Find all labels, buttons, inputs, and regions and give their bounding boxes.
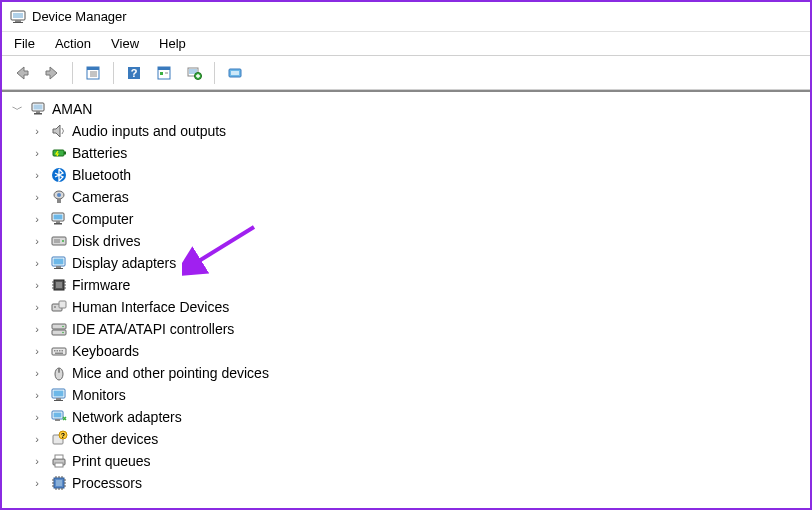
svg-rect-25 — [64, 152, 66, 155]
svg-rect-70 — [54, 413, 62, 418]
svg-rect-77 — [55, 463, 63, 467]
chevron-right-icon[interactable]: › — [30, 124, 44, 138]
svg-rect-32 — [56, 221, 60, 223]
tree-node-label: Batteries — [72, 145, 127, 161]
tree-node-keyboards[interactable]: › Keyboards — [6, 340, 806, 362]
toolbar-help-button[interactable]: ? — [120, 60, 148, 86]
firmware-icon — [50, 276, 68, 294]
chevron-right-icon[interactable]: › — [30, 256, 44, 270]
tree-node-print[interactable]: › Print queues — [6, 450, 806, 472]
chevron-right-icon[interactable]: › — [30, 366, 44, 380]
chevron-right-icon[interactable]: › — [30, 190, 44, 204]
svg-rect-2 — [15, 20, 21, 22]
tree-node-audio[interactable]: › Audio inputs and outputs — [6, 120, 806, 142]
chevron-down-icon[interactable]: ﹀ — [10, 102, 24, 116]
toolbar-back-button[interactable] — [8, 60, 36, 86]
device-manager-window: Device Manager File Action View Help ? — [0, 0, 812, 510]
svg-point-55 — [62, 332, 64, 334]
svg-rect-33 — [54, 223, 62, 225]
tree-node-other[interactable]: › ? Other devices — [6, 428, 806, 450]
svg-text:?: ? — [61, 432, 65, 439]
tree-node-label: Disk drives — [72, 233, 140, 249]
svg-rect-24 — [53, 150, 64, 156]
chevron-right-icon[interactable]: › — [30, 234, 44, 248]
chevron-right-icon[interactable]: › — [30, 454, 44, 468]
tree-node-label: Computer — [72, 211, 133, 227]
tree-node-monitors[interactable]: › Monitors — [6, 384, 806, 406]
tree-node-hid[interactable]: › Human Interface Devices — [6, 296, 806, 318]
computer-root-icon — [30, 100, 48, 118]
tree-node-label: Other devices — [72, 431, 158, 447]
tree-node-disk-drives[interactable]: › Disk drives — [6, 230, 806, 252]
disk-icon — [50, 232, 68, 250]
chevron-right-icon[interactable]: › — [30, 432, 44, 446]
svg-rect-60 — [62, 350, 64, 352]
tree-node-cameras[interactable]: › Cameras — [6, 186, 806, 208]
tree-node-mice[interactable]: › Mice and other pointing devices — [6, 362, 806, 384]
tree-node-label: Bluetooth — [72, 167, 131, 183]
processor-icon — [50, 474, 68, 492]
svg-rect-21 — [34, 105, 43, 110]
battery-icon — [50, 144, 68, 162]
svg-rect-61 — [55, 353, 63, 355]
svg-rect-36 — [54, 239, 60, 243]
tree-node-label: Keyboards — [72, 343, 139, 359]
tree-node-label: Display adapters — [72, 255, 176, 271]
chevron-right-icon[interactable]: › — [30, 344, 44, 358]
chevron-right-icon[interactable]: › — [30, 278, 44, 292]
chevron-right-icon[interactable]: › — [30, 410, 44, 424]
svg-rect-40 — [54, 268, 63, 269]
tree-root-node[interactable]: ﹀ AMAN — [6, 98, 806, 120]
tree-node-display-adapters[interactable]: › Display adapters — [6, 252, 806, 274]
chevron-right-icon[interactable]: › — [30, 388, 44, 402]
svg-rect-19 — [231, 71, 239, 75]
tree-node-label: Firmware — [72, 277, 130, 293]
svg-rect-79 — [56, 480, 62, 486]
bluetooth-icon — [50, 166, 68, 184]
toolbar-separator — [214, 62, 215, 84]
svg-rect-3 — [13, 22, 23, 23]
window-title: Device Manager — [32, 9, 127, 24]
toolbar-separator — [72, 62, 73, 84]
monitor-icon — [50, 386, 68, 404]
chevron-right-icon[interactable]: › — [30, 476, 44, 490]
tree-node-processors[interactable]: › Processors — [6, 472, 806, 494]
display-icon — [50, 254, 68, 272]
mouse-icon — [50, 364, 68, 382]
menu-help[interactable]: Help — [151, 34, 194, 53]
tree-node-network[interactable]: › Network adapters — [6, 406, 806, 428]
toolbar-add-legacy-button[interactable] — [221, 60, 249, 86]
svg-rect-23 — [34, 113, 42, 115]
tree-node-ide[interactable]: › IDE ATA/ATAPI controllers — [6, 318, 806, 340]
titlebar: Device Manager — [2, 2, 810, 32]
svg-rect-68 — [54, 400, 63, 401]
svg-rect-42 — [56, 282, 62, 288]
chevron-right-icon[interactable]: › — [30, 168, 44, 182]
tree-node-bluetooth[interactable]: › Bluetooth — [6, 164, 806, 186]
menu-action[interactable]: Action — [47, 34, 99, 53]
tree-node-label: Human Interface Devices — [72, 299, 229, 315]
tree-node-label: IDE ATA/ATAPI controllers — [72, 321, 234, 337]
chevron-right-icon[interactable]: › — [30, 300, 44, 314]
chevron-right-icon[interactable]: › — [30, 146, 44, 160]
menu-file[interactable]: File — [6, 34, 43, 53]
svg-point-51 — [54, 306, 56, 308]
tree-node-computer[interactable]: › Computer — [6, 208, 806, 230]
chevron-right-icon[interactable]: › — [30, 322, 44, 336]
chevron-right-icon[interactable]: › — [30, 212, 44, 226]
tree-node-firmware[interactable]: › Firmware — [6, 274, 806, 296]
tree-node-label: Cameras — [72, 189, 129, 205]
menu-view[interactable]: View — [103, 34, 147, 53]
toolbar-scan-hardware-button[interactable] — [180, 60, 208, 86]
toolbar: ? — [2, 56, 810, 90]
tree-node-batteries[interactable]: › Batteries — [6, 142, 806, 164]
svg-rect-13 — [160, 72, 163, 75]
svg-rect-67 — [56, 398, 61, 400]
ide-icon — [50, 320, 68, 338]
toolbar-forward-button[interactable] — [38, 60, 66, 86]
toolbar-properties-button[interactable] — [150, 60, 178, 86]
svg-rect-12 — [158, 67, 170, 70]
toolbar-show-hidden-button[interactable] — [79, 60, 107, 86]
svg-rect-29 — [57, 199, 61, 203]
svg-rect-38 — [54, 259, 64, 265]
